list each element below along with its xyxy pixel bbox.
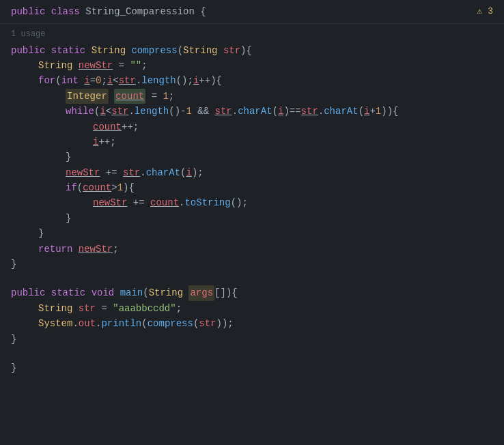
var-str4: str (215, 104, 232, 119)
line-str-decl: String str = "aaabbccdd"; (11, 301, 493, 316)
var-newstr3: newStr (93, 195, 127, 210)
line-println: System.out.println(compress(str)); (11, 316, 493, 331)
warning-badge[interactable]: ⚠ 3 (477, 5, 493, 19)
fn-println: println (101, 316, 141, 331)
type-string: String (92, 43, 132, 58)
type-system: System (38, 316, 72, 331)
var-str6: str (123, 165, 140, 180)
paren8: ); (192, 165, 204, 180)
kw-void: void (92, 285, 120, 300)
line-newstr-append: newStr += str.charAt(i); (11, 165, 493, 180)
kw-public2: public (11, 285, 51, 300)
num-1: 1 (163, 89, 168, 104)
paren9: ( (141, 316, 147, 331)
kw-static2: static (51, 285, 92, 300)
fn-charat2: charAt (324, 104, 358, 119)
type-integer: Integer (66, 89, 109, 104)
paren7: ( (180, 165, 186, 180)
dot5: . (140, 165, 145, 180)
line-while: while(i<str.length()-1 && str.charAt(i)=… (11, 104, 493, 119)
var-count2: count (93, 119, 122, 134)
var-str5: str (301, 104, 318, 119)
brackets: []){ (214, 285, 238, 300)
dot6: . (179, 195, 184, 210)
fn-compress: compress (131, 43, 177, 58)
space (109, 89, 114, 104)
main-paren: ( (143, 285, 148, 300)
var-str8: str (199, 316, 216, 331)
brace-close2: } (66, 211, 71, 226)
param-str: str (223, 43, 240, 58)
semicolon: ; (141, 58, 147, 73)
line-for: for(int i=0;i<str.length();i++){ (11, 73, 493, 88)
class-declaration: public class String_Comparession { (11, 4, 206, 19)
var-i6: i (364, 104, 369, 119)
section-gap (11, 272, 493, 285)
plus-eq: += (100, 165, 123, 180)
line-main-sig: public static void main(String args[]){ (11, 285, 493, 300)
line-newstr-count: newStr += count.toString(); (11, 195, 493, 210)
brace-close3: } (38, 226, 44, 241)
dot3: . (232, 104, 238, 119)
paren10: ( (193, 316, 199, 331)
and: && (192, 104, 215, 119)
var-out: out (79, 316, 96, 331)
var-count3: count (83, 180, 111, 195)
str-empty: "" (130, 58, 141, 73)
line-while-close: } (11, 149, 493, 164)
line-if-close: } (11, 211, 493, 226)
kw-for: for (38, 73, 55, 88)
var-i2: i (107, 73, 113, 88)
brace-close1: } (66, 149, 71, 164)
if-open: ( (77, 180, 83, 195)
dot8: . (96, 316, 101, 331)
inc: ++){ (199, 73, 222, 88)
assign: = (113, 58, 130, 73)
var-i: i (84, 73, 89, 88)
var-i8: i (186, 165, 191, 180)
fn-charat1: charAt (238, 104, 272, 119)
paren6: )){ (381, 104, 398, 119)
var-i5: i (278, 104, 283, 119)
kw-return: return (38, 242, 79, 257)
paren-close: ){ (240, 43, 252, 58)
lt2: < (106, 104, 111, 119)
if-brace: ){ (123, 180, 135, 195)
var-count4: count (150, 195, 179, 210)
var-newstr2: newStr (66, 165, 100, 180)
section-gap2 (11, 347, 493, 360)
lt: < (113, 73, 118, 88)
num-0: 0 (96, 73, 101, 88)
paren-open: ( (178, 43, 183, 58)
dot-length: . (136, 73, 141, 88)
paren4: )== (283, 104, 300, 119)
gt: > (111, 180, 117, 195)
line-class-close: } (11, 360, 493, 375)
inc2: ++; (122, 119, 139, 134)
semi2: ; (169, 89, 174, 104)
fn-main: main (120, 285, 143, 300)
parens2: ()- (169, 104, 186, 119)
while-open: ( (94, 104, 100, 119)
assign3: = (96, 301, 113, 316)
code-body: public static String compress(String str… (0, 43, 504, 376)
str-value: "aaabbccdd" (113, 301, 176, 316)
var-i4: i (100, 104, 105, 119)
code-editor: public class String_Comparession { ⚠ 3 1… (0, 0, 504, 375)
line-i-inc: i++; (11, 134, 493, 149)
kw-while: while (66, 104, 94, 119)
fn-compress2: compress (148, 316, 193, 331)
type-string4: String (38, 301, 79, 316)
paren5: ( (359, 104, 364, 119)
paren11: )); (216, 316, 234, 331)
line-count-inc: count++; (11, 119, 493, 134)
line-return: return newStr; (11, 242, 493, 257)
line-for-close: } (11, 226, 493, 241)
var-i7: i (93, 134, 98, 149)
var-newstr4: newStr (79, 242, 113, 257)
class-name: String_Comparession { (85, 6, 206, 17)
fn-length2: length (135, 104, 169, 119)
line-main-close: } (11, 332, 493, 347)
kw-public: public (11, 43, 51, 58)
parens-length: (); (176, 73, 193, 88)
